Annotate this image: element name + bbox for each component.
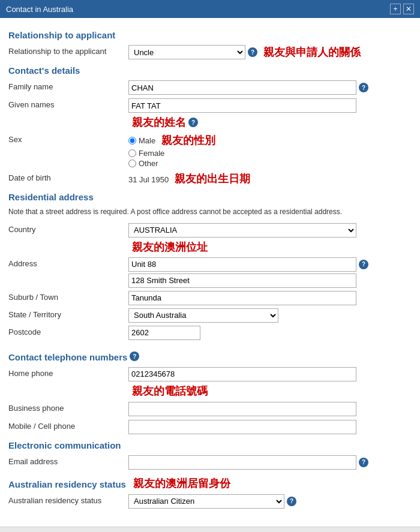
dob-input-area: 31 Jul 1950 親友的出生日期 <box>128 172 412 186</box>
sex-female-row: Female <box>128 149 215 158</box>
sex-other-radio[interactable] <box>128 160 136 167</box>
relationship-select[interactable]: Uncle Aunt Brother Sister Friend Other <box>128 45 245 59</box>
address-label: Address <box>8 257 128 268</box>
sex-other-label: Other <box>139 159 158 168</box>
state-label: State / Territory <box>8 308 128 319</box>
telephone-help-icon[interactable]: ? <box>130 351 139 361</box>
given-names-input[interactable] <box>128 98 356 113</box>
dob-row: Date of birth 31 Jul 1950 親友的出生日期 <box>8 172 412 186</box>
state-select[interactable]: South Australia New South Wales Victoria… <box>128 308 278 323</box>
sex-male-row: Male 親友的性別 <box>128 133 215 148</box>
relationship-annotation: 親友與申請人的關係 <box>263 45 361 59</box>
relationship-help-icon[interactable]: ? <box>248 47 257 57</box>
business-phone-label: Business phone <box>8 402 128 413</box>
business-phone-input[interactable] <box>128 402 356 416</box>
residency-heading: Australian residency status <box>8 479 126 489</box>
sex-radio-group: Male 親友的性別 Female Other <box>128 133 215 168</box>
given-names-input-area: 親友的姓名 ? <box>128 98 412 130</box>
mobile-phone-label: Mobile / Cell phone <box>8 420 128 431</box>
email-label: Email address <box>8 455 128 466</box>
residency-status-label: Australian residency status <box>8 494 128 505</box>
main-content: Relationship to applicant Relationship t… <box>0 18 420 518</box>
dob-value: 31 Jul 1950 <box>128 173 169 184</box>
sex-annotation: 親友的性別 <box>161 133 215 148</box>
sex-row: Sex Male 親友的性別 Female Other <box>8 133 412 168</box>
home-phone-input[interactable] <box>128 367 356 381</box>
home-phone-label: Home phone <box>8 367 128 378</box>
email-help-icon[interactable]: ? <box>359 458 368 467</box>
email-input-area: ? <box>128 455 412 470</box>
residency-help-icon[interactable]: ? <box>287 497 296 506</box>
phone-annotation: 親友的電話號碼 <box>132 384 208 398</box>
telephone-heading: Contact telephone numbers <box>8 352 127 362</box>
address-row: Address ? <box>8 257 412 288</box>
suburb-row: Suburb / Town <box>8 291 412 305</box>
state-row: State / Territory South Australia New So… <box>8 308 412 323</box>
suburb-input[interactable] <box>128 291 356 305</box>
address-inputs: ? <box>128 257 368 288</box>
family-name-row: Family name ? <box>8 80 412 95</box>
given-names-help-icon[interactable]: ? <box>188 118 198 127</box>
window-title: Contact in Australia <box>6 5 73 14</box>
residency-annotation: 親友的澳洲居留身份 <box>133 476 230 491</box>
title-bar-icons: + ✕ <box>390 4 414 14</box>
suburb-label: Suburb / Town <box>8 291 128 302</box>
country-row: Country AUSTRALIA 親友的澳洲位址 <box>8 223 412 254</box>
close-button[interactable]: ✕ <box>403 4 414 14</box>
relationship-row: Relationship to the applicant Uncle Aunt… <box>8 45 412 59</box>
electronic-heading: Electronic communication <box>8 440 412 450</box>
country-select[interactable]: AUSTRALIA <box>128 223 356 238</box>
footer-bar: Cancel Confirm <box>0 527 420 532</box>
family-name-label: Family name <box>8 80 128 91</box>
sex-female-label: Female <box>139 149 164 158</box>
postcode-label: Postcode <box>8 326 128 336</box>
sex-label: Sex <box>8 133 128 144</box>
mobile-phone-row: Mobile / Cell phone <box>8 420 412 434</box>
country-annotation: 親友的澳洲位址 <box>132 240 208 254</box>
title-bar: Contact in Australia + ✕ <box>0 0 420 18</box>
residential-address-heading: Residential address <box>8 192 412 202</box>
address-line1-input[interactable] <box>128 257 356 272</box>
country-label: Country <box>8 223 128 234</box>
name-annotation: 親友的姓名 <box>132 115 186 130</box>
email-row: Email address ? <box>8 455 412 470</box>
given-names-row: Given names 親友的姓名 ? <box>8 98 412 130</box>
sex-other-row: Other <box>128 159 215 168</box>
home-phone-row: Home phone 親友的電話號碼 <box>8 367 412 398</box>
family-name-input[interactable] <box>128 80 356 95</box>
add-button[interactable]: + <box>390 4 401 14</box>
sex-female-radio[interactable] <box>128 149 136 157</box>
postcode-row: Postcode <box>8 326 412 340</box>
residency-status-row: Australian residency status Australian C… <box>8 494 412 509</box>
address-note: Note that a street address is required. … <box>8 207 412 217</box>
relationship-heading: Relationship to applicant <box>8 30 412 40</box>
family-name-help-icon[interactable]: ? <box>359 83 368 92</box>
dob-annotation: 親友的出生日期 <box>175 172 250 186</box>
business-phone-row: Business phone <box>8 402 412 416</box>
relationship-input-area: Uncle Aunt Brother Sister Friend Other ?… <box>128 45 412 59</box>
postcode-input[interactable] <box>128 326 200 340</box>
relationship-label: Relationship to the applicant <box>8 45 128 56</box>
contact-details-heading: Contact's details <box>8 65 412 76</box>
address-help-icon[interactable]: ? <box>359 260 368 269</box>
sex-male-label: Male <box>139 136 155 145</box>
dob-label: Date of birth <box>8 172 128 182</box>
mobile-phone-input[interactable] <box>128 420 356 434</box>
sex-male-radio[interactable] <box>128 137 136 145</box>
address-line2-input[interactable] <box>128 273 356 288</box>
given-names-label: Given names <box>8 98 128 109</box>
sex-input-area: Male 親友的性別 Female Other <box>128 133 412 168</box>
residency-status-input-area: Australian Citizen Permanent Resident Te… <box>128 494 412 509</box>
family-name-input-area: ? <box>128 80 412 95</box>
email-input[interactable] <box>128 455 356 470</box>
home-phone-input-area: 親友的電話號碼 <box>128 367 412 398</box>
residency-status-select[interactable]: Australian Citizen Permanent Resident Te… <box>128 494 284 509</box>
country-input-area: AUSTRALIA 親友的澳洲位址 <box>128 223 412 254</box>
